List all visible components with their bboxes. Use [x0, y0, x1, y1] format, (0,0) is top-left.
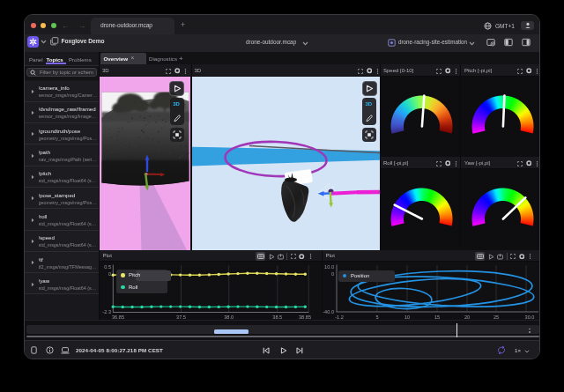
svg-text:37.5: 37.5: [176, 314, 186, 320]
svg-text:38.5: 38.5: [272, 314, 282, 320]
svg-text:25: 25: [494, 314, 499, 320]
svg-text:-1.2: -1.2: [335, 314, 344, 320]
svg-text:10: 10: [404, 314, 410, 320]
svg-text:20: 20: [464, 314, 470, 320]
svg-text:0: 0: [108, 271, 111, 277]
svg-text:5: 5: [375, 314, 378, 320]
svg-text:-2.3: -2.3: [102, 309, 111, 314]
svg-text:0.5: 0.5: [104, 264, 111, 270]
svg-text:10.0: 10.0: [324, 264, 334, 270]
svg-text:38.85: 38.85: [299, 314, 311, 320]
svg-text:0: 0: [331, 271, 334, 277]
svg-text:-40.0: -40.0: [323, 309, 334, 314]
svg-text:30.0: 30.0: [525, 314, 535, 320]
svg-text:36.85: 36.85: [112, 314, 124, 320]
svg-text:38.0: 38.0: [224, 314, 234, 320]
svg-text:15: 15: [434, 314, 440, 320]
